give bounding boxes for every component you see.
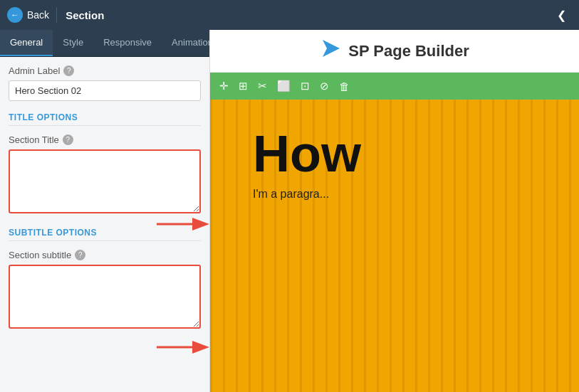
section-title-arrow-container xyxy=(9,149,201,216)
toolbar-add-icon[interactable]: ✛ xyxy=(217,78,231,94)
editor-toolbar: ✛ ⊞ ✂ ⬜ ⊡ ⊘ 🗑 xyxy=(210,73,579,100)
logo: SP Page Builder xyxy=(320,37,469,65)
section-subtitle-help-icon[interactable]: ? xyxy=(75,250,85,260)
preview-content: How I'm a paragra... xyxy=(210,100,579,229)
back-icon: ← xyxy=(7,7,23,23)
section-title-help-icon[interactable]: ? xyxy=(63,134,73,145)
logo-icon xyxy=(320,37,343,65)
preview-para-text: I'm a paragra... xyxy=(253,188,551,201)
admin-label-input[interactable] xyxy=(9,80,201,101)
main-layout: General Style Responsive Animation Admin… xyxy=(0,30,579,392)
admin-label-help-icon[interactable]: ? xyxy=(63,65,74,76)
section-subtitle-textarea[interactable] xyxy=(9,265,201,329)
back-button[interactable]: ← Back xyxy=(7,7,57,23)
toolbar-hide-icon[interactable]: ⊘ xyxy=(318,78,331,94)
section-title-top: Section xyxy=(57,9,104,21)
title-options-group: TITLE OPTIONS Section Title ? xyxy=(9,112,201,216)
tab-animation[interactable]: Animation xyxy=(162,30,210,56)
tab-responsive[interactable]: Responsive xyxy=(93,30,162,56)
logo-bar: SP Page Builder xyxy=(210,30,579,73)
subtitle-options-heading: SUBTITLE OPTIONS xyxy=(9,228,201,241)
logo-text: SP Page Builder xyxy=(348,42,469,60)
toolbar-delete-icon[interactable]: 🗑 xyxy=(337,79,352,94)
toolbar-paste-icon[interactable]: ⊡ xyxy=(298,78,312,94)
collapse-button[interactable]: ❮ xyxy=(551,6,572,25)
top-bar: ← Back Section ❮ xyxy=(0,0,579,30)
tabs-bar: General Style Responsive Animation xyxy=(0,30,209,57)
section-title-label: Section Title ? xyxy=(9,134,201,145)
admin-label-group: Admin Label ? xyxy=(9,65,201,101)
section-subtitle-label: Section subtitle ? xyxy=(9,250,201,260)
right-panel: SP Page Builder ✛ ⊞ ✂ ⬜ ⊡ ⊘ 🗑 How I'm a … xyxy=(210,30,579,392)
preview-area: How I'm a paragra... xyxy=(210,100,579,392)
toolbar-grid-icon[interactable]: ⊞ xyxy=(236,78,250,94)
section-subtitle-arrow-container xyxy=(9,265,201,332)
tab-style[interactable]: Style xyxy=(53,30,93,56)
tab-general[interactable]: General xyxy=(0,30,53,56)
sidebar-content: Admin Label ? TITLE OPTIONS Section Titl… xyxy=(0,57,209,392)
preview-hero-text: How xyxy=(253,128,551,179)
title-options-heading: TITLE OPTIONS xyxy=(9,112,201,126)
toolbar-cut-icon[interactable]: ✂ xyxy=(256,78,269,94)
admin-label-label: Admin Label ? xyxy=(9,65,201,76)
svg-marker-0 xyxy=(323,40,340,57)
section-title-textarea[interactable] xyxy=(9,149,201,213)
subtitle-options-group: SUBTITLE OPTIONS Section subtitle ? xyxy=(9,228,201,332)
toolbar-copy-icon[interactable]: ⬜ xyxy=(275,78,293,94)
back-label: Back xyxy=(27,9,49,21)
sidebar: General Style Responsive Animation Admin… xyxy=(0,30,210,392)
